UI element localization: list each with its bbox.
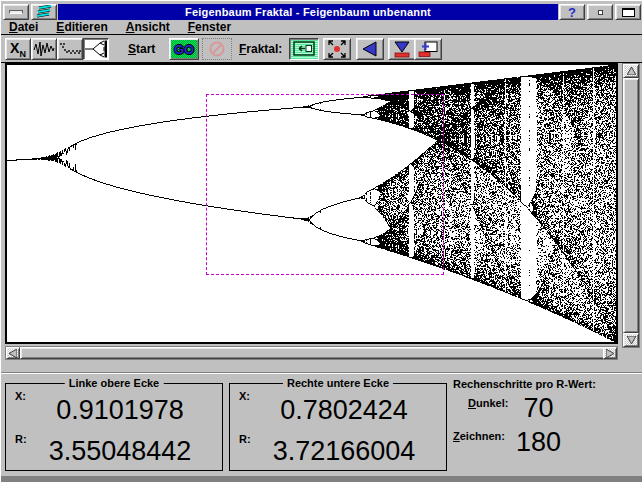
vertical-scrollbar[interactable] xyxy=(622,63,640,348)
help-icon: ? xyxy=(568,6,576,19)
panel-separator-light xyxy=(1,373,642,374)
system-menu-button[interactable] xyxy=(3,4,29,20)
group-right-lower-corner: Rechte untere Ecke X: 0.7802424 R: 3.721… xyxy=(229,383,447,471)
steps-title: Rechenschritte pro R-Wert: xyxy=(453,378,596,390)
xn-icon: XN xyxy=(10,40,26,59)
menu-editieren[interactable]: Editieren xyxy=(56,20,107,34)
fraktal-funnel-button[interactable] xyxy=(388,38,416,60)
new-window-icon xyxy=(417,39,439,59)
scroll-right-button[interactable] xyxy=(603,347,617,359)
x-value: 0.9101978 xyxy=(24,395,216,426)
dunkel-value: 70 xyxy=(486,393,591,424)
arrow-right-icon xyxy=(606,349,614,358)
dotted-series-icon xyxy=(59,39,81,59)
app-icon-button[interactable] xyxy=(31,4,57,20)
menu-datei[interactable]: Datei xyxy=(9,20,38,34)
mode-bifurcation-button[interactable] xyxy=(83,38,109,60)
x-value: 0.7802424 xyxy=(248,395,440,426)
maximize-icon xyxy=(622,8,635,17)
stop-icon xyxy=(208,40,226,58)
fraktal-label-wrap: Fraktal: xyxy=(239,38,282,60)
window-bottom-edge xyxy=(1,476,642,482)
go-button[interactable]: GO xyxy=(169,38,199,60)
vertical-scroll-thumb[interactable] xyxy=(623,78,639,333)
arrow-left-icon xyxy=(9,349,17,358)
waveform-icon xyxy=(33,39,55,59)
title-bar: Feigenbaum Fraktal - Feigenbaum unbenann… xyxy=(3,4,641,20)
r-value: 3.55048442 xyxy=(24,436,216,467)
start-label-wrap: Start xyxy=(128,38,155,60)
scroll-left-button[interactable] xyxy=(6,347,20,359)
scroll-up-button[interactable] xyxy=(623,64,639,78)
maximize-button[interactable] xyxy=(615,4,641,20)
arrow-down-icon xyxy=(627,336,636,344)
bifurcation-canvas[interactable] xyxy=(7,65,616,342)
funnel-icon xyxy=(392,40,412,58)
horizontal-scrollbar[interactable] xyxy=(5,346,618,360)
zoom-area-icon xyxy=(326,39,348,59)
group-title: Linke obere Ecke xyxy=(65,377,164,389)
group-title: Rechte untere Ecke xyxy=(283,377,393,389)
group-left-upper-corner: Linke obere Ecke X: 0.9101978 R: 3.55048… xyxy=(5,383,223,471)
fraktal-new-window-button[interactable] xyxy=(414,38,442,60)
window-title: Feigenbaum Fraktal - Feigenbaum unbenann… xyxy=(58,4,558,20)
horizontal-scroll-thumb[interactable] xyxy=(20,347,605,359)
mode-timeseries-button[interactable] xyxy=(31,38,57,60)
mode-xn-button[interactable]: XN xyxy=(5,38,31,60)
app-window: Feigenbaum Fraktal - Feigenbaum unbenann… xyxy=(0,0,642,482)
fullview-icon xyxy=(292,39,316,59)
arrow-up-icon xyxy=(627,67,636,75)
minimize-icon xyxy=(598,10,603,15)
app-lightning-icon xyxy=(35,5,53,19)
toolbar: XN Start xyxy=(1,35,642,62)
fraktal-back-button[interactable] xyxy=(356,38,384,60)
zeichnen-value: 180 xyxy=(486,427,591,458)
bifurcation-icon xyxy=(84,39,108,59)
fraktal-label: Fraktal: xyxy=(239,42,282,56)
start-label: Start xyxy=(128,42,155,56)
r-value: 3.72166004 xyxy=(248,436,440,467)
stop-button xyxy=(202,38,232,60)
fraktal-zoom-area-button[interactable] xyxy=(323,38,351,60)
scroll-down-button[interactable] xyxy=(623,333,639,347)
fraktal-fullview-button[interactable] xyxy=(289,38,319,60)
plot-area[interactable] xyxy=(5,63,618,344)
menu-bar: Datei Editieren Ansicht Fenster xyxy=(9,20,231,34)
mode-dots-button[interactable] xyxy=(57,38,83,60)
minimize-button[interactable] xyxy=(587,4,613,20)
back-triangle-icon xyxy=(360,40,380,58)
system-menu-icon xyxy=(9,10,23,14)
menu-fenster[interactable]: Fenster xyxy=(188,20,231,34)
help-button[interactable]: ? xyxy=(559,4,585,20)
menu-ansicht[interactable]: Ansicht xyxy=(126,20,170,34)
